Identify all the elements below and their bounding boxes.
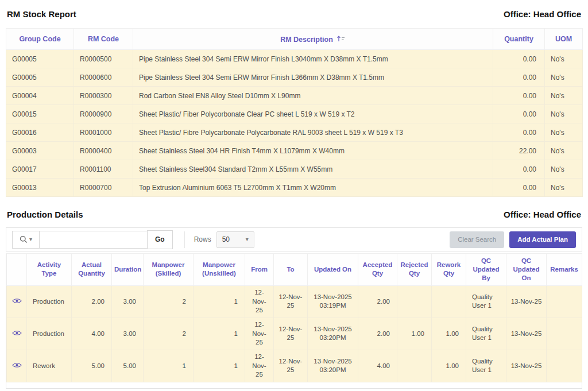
cell-rm-description: Pipe Stainless Steel 304 Semi ERW Mirror…	[133, 50, 493, 68]
cell-from: 12-Nov-25	[245, 318, 274, 350]
col-header-group-code[interactable]: Group Code	[6, 29, 74, 50]
cell-actual-quantity: 4.00	[72, 318, 112, 350]
cell-group-code: G00005	[6, 68, 74, 87]
production-header-row: Activity Type Actual Quantity Duration M…	[7, 254, 582, 286]
search-options-button[interactable]: ▾	[12, 231, 40, 249]
col-header-quantity[interactable]: Quantity	[493, 29, 545, 50]
rm-stock-title: RM Stock Report	[7, 9, 76, 19]
cell-rm-code: R0000900	[74, 105, 133, 123]
search-input[interactable]	[40, 231, 148, 249]
view-row-button[interactable]	[12, 297, 22, 306]
cell-activity-type: Rework	[27, 350, 72, 382]
col-header-qc-updated-by[interactable]: QC Updated By	[466, 254, 506, 286]
col-header-rm-description[interactable]: RM Description	[133, 29, 493, 50]
production-toolbar: ▾ Go Rows 50 ▾ Clear Search Add Actual P…	[6, 227, 582, 251]
col-header-to[interactable]: To	[274, 254, 308, 286]
cell-group-code: G00017	[6, 160, 74, 179]
table-row: Production 4.00 3.00 2 1 12-Nov-25 12-No…	[7, 318, 582, 350]
rm-stock-header: RM Stock Report Office: Head Office	[7, 9, 581, 19]
table-row: G00005 R0000600 Pipe Stainless Steel 304…	[6, 68, 583, 87]
cell-from: 12-Nov-25	[245, 350, 274, 382]
cell-rm-code: R0000400	[74, 142, 133, 160]
cell-remarks	[547, 285, 582, 318]
cell-updated-on: 13-Nov-2025 03:20PM	[308, 318, 358, 350]
col-header-activity-type[interactable]: Activity Type	[27, 254, 72, 286]
cell-rm-code: R0000700	[74, 179, 133, 197]
cell-qc-updated-by: Quality User 1	[466, 350, 506, 382]
cell-quantity: 0.00	[493, 160, 545, 179]
cell-rm-description: Sheet Stainless Steel 304 HR Finish T4mm…	[133, 142, 493, 160]
cell-remarks	[547, 318, 582, 350]
go-button[interactable]: Go	[147, 230, 173, 249]
view-row-button[interactable]	[12, 330, 22, 338]
col-header-uom[interactable]: UOM	[545, 29, 583, 50]
table-row: G00016 R0001000 Sheet Plastic/ Fibre Pol…	[6, 123, 583, 142]
cell-uom: No's	[545, 123, 583, 142]
chevron-down-icon: ▾	[29, 237, 32, 242]
production-title: Production Details	[7, 210, 83, 219]
table-row: G00013 R0000700 Top Extrusion Aluminium …	[6, 179, 583, 197]
rm-stock-table: Group Code RM Code RM Description Quanti…	[6, 28, 583, 197]
sort-ascending-icon	[336, 35, 346, 42]
cell-uom: No's	[545, 179, 583, 197]
cell-group-code: G00016	[6, 123, 74, 142]
cell-group-code: G00004	[6, 87, 74, 105]
col-header-manpower-skilled[interactable]: Manpower (Skilled)	[144, 254, 194, 286]
cell-rm-description: Sheet Plastic/ Fiber Polycorbonate Clear…	[133, 105, 493, 123]
cell-uom: No's	[545, 105, 583, 123]
clear-search-button[interactable]: Clear Search	[450, 231, 504, 248]
cell-qc-updated-by: Quality User 1	[466, 285, 506, 318]
col-header-from[interactable]: From	[245, 254, 274, 286]
cell-group-code: G00013	[6, 179, 74, 197]
toolbar-right: Clear Search Add Actual Plan	[450, 231, 576, 248]
rows-select[interactable]: 50 ▾	[216, 231, 254, 248]
cell-quantity: 0.00	[493, 105, 545, 123]
cell-view	[7, 350, 27, 382]
col-header-rm-code[interactable]: RM Code	[74, 29, 133, 50]
cell-view	[7, 285, 27, 318]
col-header-updated-on[interactable]: Updated On	[308, 254, 358, 286]
col-header-actual-quantity[interactable]: Actual Quantity	[72, 254, 112, 286]
cell-rm-description: Top Extrusion Aluminium 6063 T5 L2700mm …	[133, 179, 493, 197]
cell-accepted-qty: 2.00	[358, 285, 397, 318]
rm-description-label: RM Description	[280, 36, 333, 44]
cell-accepted-qty: 2.00	[358, 318, 397, 350]
cell-duration: 3.00	[112, 318, 144, 350]
cell-accepted-qty: 4.00	[358, 350, 397, 382]
cell-manpower-unskilled: 1	[194, 318, 245, 350]
production-header: Production Details Office: Head Office	[7, 210, 581, 219]
col-header-remarks[interactable]: Remarks	[547, 254, 582, 286]
cell-group-code: G00015	[6, 105, 74, 123]
cell-rm-description: Sheet Plastic/ Fibre Polycarbonate Polyc…	[133, 123, 493, 142]
col-header-rejected-qty[interactable]: Rejected Qty	[397, 254, 432, 286]
rows-label: Rows	[194, 235, 211, 243]
cell-to: 12-Nov-25	[274, 318, 308, 350]
cell-qc-updated-by: Quality User 1	[466, 318, 506, 350]
cell-rm-description: Pipe Stainless Steel 304 Semi ERW Mirror…	[133, 68, 493, 87]
cell-actual-quantity: 5.00	[72, 350, 112, 382]
cell-uom: No's	[545, 50, 583, 68]
cell-rejected-qty: 1.00	[397, 318, 432, 350]
col-header-rework-qty[interactable]: Rework Qty	[432, 254, 466, 286]
cell-from: 12-Nov-25	[245, 285, 274, 318]
col-header-manpower-unskilled[interactable]: Manpower (Unskilled)	[194, 254, 245, 286]
cell-quantity: 0.00	[493, 87, 545, 105]
cell-qc-updated-on: 13-Nov-25	[506, 318, 547, 350]
col-header-view	[7, 254, 27, 286]
cell-activity-type: Production	[27, 318, 72, 350]
cell-group-code: G00003	[6, 142, 74, 160]
cell-actual-quantity: 2.00	[72, 285, 112, 318]
col-header-duration[interactable]: Duration	[112, 254, 144, 286]
eye-icon	[12, 362, 22, 369]
col-header-accepted-qty[interactable]: Accepted Qty	[358, 254, 397, 286]
table-row: G00003 R0000400 Sheet Stainless Steel 30…	[6, 142, 583, 160]
toolbar-left: ▾ Go Rows 50 ▾	[12, 230, 254, 249]
table-row: G00017 R0001100 Sheet Stainless Steel304…	[6, 160, 583, 179]
cell-rm-description: Rod Carbon Steel EN8 Alloy Steel D10mm X…	[133, 87, 493, 105]
rows-group: Rows 50 ▾	[184, 231, 254, 248]
view-row-button[interactable]	[12, 362, 22, 370]
add-actual-plan-button[interactable]: Add Actual Plan	[509, 231, 576, 248]
cell-rework-qty: 1.00	[432, 318, 466, 350]
col-header-qc-updated-on[interactable]: QC Updated On	[506, 254, 547, 286]
table-row: G00005 R0000500 Pipe Stainless Steel 304…	[6, 50, 583, 68]
